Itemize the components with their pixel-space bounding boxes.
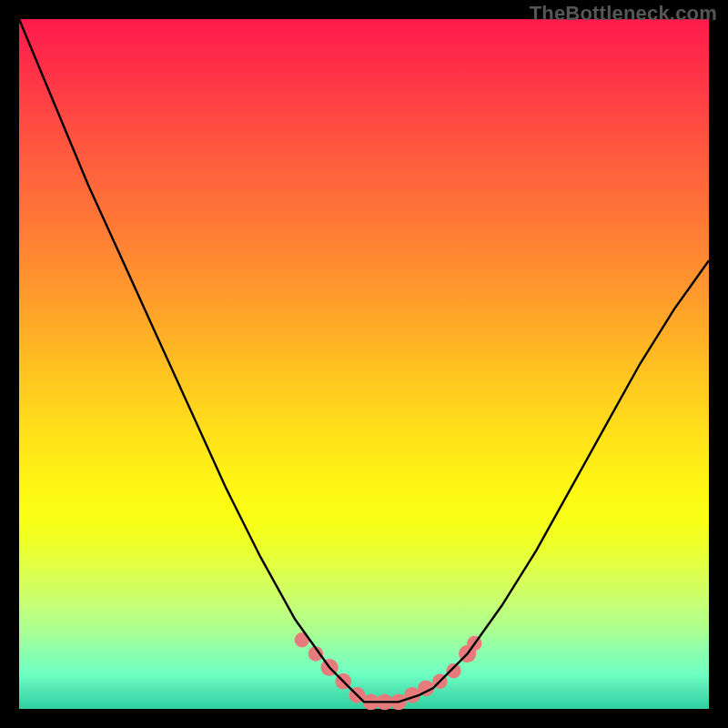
- watermark-text: TheBottleneck.com: [530, 2, 717, 25]
- marker-group: [295, 632, 482, 710]
- bottleneck-curve-path: [19, 19, 709, 702]
- data-marker: [446, 663, 460, 678]
- plot-area: [19, 19, 709, 709]
- chart-frame: TheBottleneck.com: [0, 0, 728, 728]
- chart-svg: [19, 19, 709, 709]
